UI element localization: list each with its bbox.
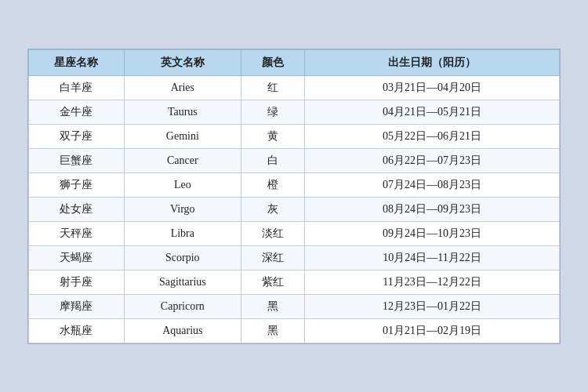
cell-color: 白 — [241, 148, 304, 172]
header-chinese: 星座名称 — [29, 49, 125, 75]
cell-chinese: 天蝎座 — [29, 245, 125, 270]
table-row: 金牛座Taurus绿04月21日—05月21日 — [29, 100, 560, 124]
table-row: 摩羯座Capricorn黑12月23日—01月22日 — [29, 294, 560, 318]
cell-date: 05月22日—06月21日 — [305, 124, 560, 148]
cell-chinese: 水瓶座 — [29, 318, 125, 343]
cell-color: 淡红 — [241, 221, 304, 245]
cell-color: 黄 — [241, 124, 304, 148]
cell-color: 紫红 — [241, 270, 304, 294]
cell-chinese: 射手座 — [29, 270, 125, 294]
table-row: 处女座Virgo灰08月24日—09月23日 — [29, 197, 560, 221]
cell-english: Virgo — [124, 197, 241, 221]
cell-english: Sagittarius — [124, 270, 241, 294]
table-row: 双子座Gemini黄05月22日—06月21日 — [29, 124, 560, 148]
cell-date: 08月24日—09月23日 — [305, 197, 560, 221]
cell-chinese: 巨蟹座 — [29, 148, 125, 172]
cell-date: 01月21日—02月19日 — [305, 318, 560, 343]
table-row: 巨蟹座Cancer白06月22日—07月23日 — [29, 148, 560, 172]
table-header-row: 星座名称 英文名称 颜色 出生日期（阳历） — [29, 49, 560, 75]
cell-color: 黑 — [241, 294, 304, 318]
cell-color: 红 — [241, 75, 304, 100]
cell-chinese: 天秤座 — [29, 221, 125, 245]
header-date: 出生日期（阳历） — [305, 49, 560, 75]
cell-date: 09月24日—10月23日 — [305, 221, 560, 245]
cell-date: 12月23日—01月22日 — [305, 294, 560, 318]
cell-english: Libra — [124, 221, 241, 245]
table-row: 射手座Sagittarius紫红11月23日—12月22日 — [29, 270, 560, 294]
cell-english: Aquarius — [124, 318, 241, 343]
header-color: 颜色 — [241, 49, 304, 75]
cell-color: 灰 — [241, 197, 304, 221]
cell-chinese: 处女座 — [29, 197, 125, 221]
table-row: 白羊座Aries红03月21日—04月20日 — [29, 75, 560, 100]
table-row: 水瓶座Aquarius黑01月21日—02月19日 — [29, 318, 560, 343]
table-row: 狮子座Leo橙07月24日—08月23日 — [29, 172, 560, 197]
cell-date: 06月22日—07月23日 — [305, 148, 560, 172]
table-row: 天蝎座Scorpio深红10月24日—11月22日 — [29, 245, 560, 270]
header-english: 英文名称 — [124, 49, 241, 75]
cell-color: 绿 — [241, 100, 304, 124]
cell-english: Capricorn — [124, 294, 241, 318]
cell-date: 11月23日—12月22日 — [305, 270, 560, 294]
table-body: 白羊座Aries红03月21日—04月20日金牛座Taurus绿04月21日—0… — [29, 75, 560, 343]
cell-english: Aries — [124, 75, 241, 100]
cell-color: 黑 — [241, 318, 304, 343]
cell-color: 橙 — [241, 172, 304, 197]
cell-chinese: 摩羯座 — [29, 294, 125, 318]
zodiac-table-container: 星座名称 英文名称 颜色 出生日期（阳历） 白羊座Aries红03月21日—04… — [27, 49, 561, 344]
cell-english: Taurus — [124, 100, 241, 124]
cell-chinese: 双子座 — [29, 124, 125, 148]
cell-date: 07月24日—08月23日 — [305, 172, 560, 197]
cell-chinese: 金牛座 — [29, 100, 125, 124]
cell-english: Cancer — [124, 148, 241, 172]
cell-date: 03月21日—04月20日 — [305, 75, 560, 100]
cell-english: Leo — [124, 172, 241, 197]
zodiac-table: 星座名称 英文名称 颜色 出生日期（阳历） 白羊座Aries红03月21日—04… — [28, 49, 560, 343]
cell-date: 04月21日—05月21日 — [305, 100, 560, 124]
cell-english: Scorpio — [124, 245, 241, 270]
table-row: 天秤座Libra淡红09月24日—10月23日 — [29, 221, 560, 245]
cell-chinese: 白羊座 — [29, 75, 125, 100]
cell-english: Gemini — [124, 124, 241, 148]
cell-date: 10月24日—11月22日 — [305, 245, 560, 270]
cell-chinese: 狮子座 — [29, 172, 125, 197]
cell-color: 深红 — [241, 245, 304, 270]
